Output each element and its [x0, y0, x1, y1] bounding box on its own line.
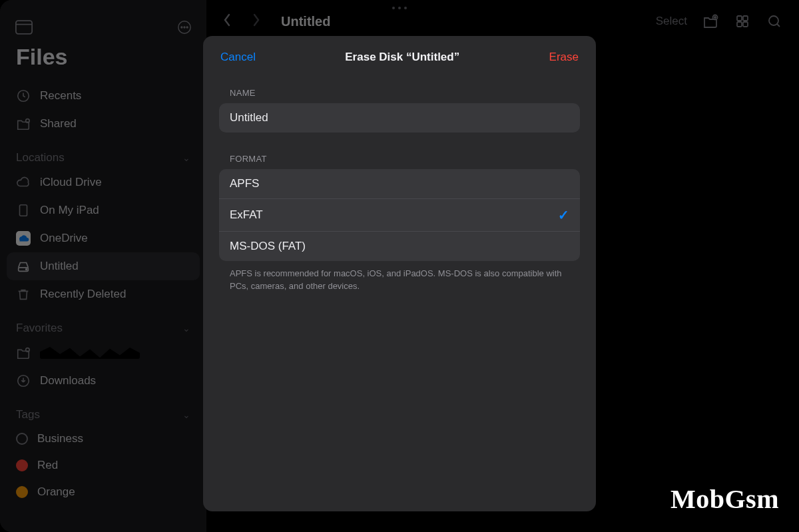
disk-name-input[interactable]	[219, 103, 580, 133]
sidebar-item-label: Untitled	[40, 260, 79, 273]
window-drag-dots	[392, 7, 407, 9]
more-icon[interactable]	[177, 20, 192, 37]
select-button[interactable]: Select	[656, 15, 687, 28]
sidebar-item-on-my-ipad[interactable]: On My iPad	[7, 196, 200, 224]
svg-rect-15	[743, 16, 748, 21]
sidebar-tag-orange[interactable]: Orange	[7, 479, 200, 505]
sidebar-item-label: OneDrive	[40, 232, 88, 245]
sidebar-tag-business[interactable]: Business	[7, 425, 200, 452]
sidebar-item-redacted[interactable]	[7, 339, 200, 367]
sidebar-item-label: Business	[37, 432, 83, 445]
section-locations[interactable]: Locations⌄	[7, 138, 200, 168]
format-option-apfs[interactable]: APFS	[219, 169, 580, 198]
window-icon	[15, 20, 33, 37]
folder-shared-icon	[16, 346, 31, 360]
sidebar: Files Recents Shared Locations⌄ iCloud D…	[0, 0, 206, 532]
name-section-label: NAME	[219, 84, 580, 103]
modal-title: Erase Disk “Untitled”	[345, 51, 459, 64]
onedrive-icon	[16, 231, 31, 246]
section-favorites[interactable]: Favorites⌄	[7, 308, 200, 339]
sidebar-item-recently-deleted[interactable]: Recently Deleted	[7, 280, 200, 308]
page-title: Untitled	[281, 14, 330, 29]
checkmark-icon: ✓	[558, 207, 569, 223]
format-hint: APFS is recommended for macOS, iOS, and …	[219, 261, 580, 300]
sidebar-item-icloud-drive[interactable]: iCloud Drive	[7, 168, 200, 196]
sidebar-item-label: iCloud Drive	[40, 176, 102, 189]
watermark: MobGsm	[670, 483, 779, 515]
app-title: Files	[7, 44, 200, 82]
sidebar-item-recents[interactable]: Recents	[7, 82, 200, 110]
sidebar-item-label: On My iPad	[40, 204, 99, 217]
sidebar-item-label: Recently Deleted	[40, 288, 126, 301]
format-option-msdos[interactable]: MS-DOS (FAT)	[219, 231, 580, 261]
svg-rect-8	[20, 205, 27, 216]
sidebar-item-label: Recents	[40, 89, 81, 103]
format-option-label: ExFAT	[230, 208, 263, 222]
ipad-icon	[16, 203, 31, 218]
tag-dot-icon	[16, 486, 28, 498]
sidebar-item-label: Red	[37, 459, 58, 472]
svg-rect-17	[743, 22, 748, 27]
format-option-label: APFS	[230, 177, 259, 190]
format-option-exfat[interactable]: ExFAT ✓	[219, 198, 580, 231]
tag-dot-icon	[16, 433, 28, 445]
format-list: APFS ExFAT ✓ MS-DOS (FAT)	[219, 169, 580, 261]
redacted-label	[40, 347, 140, 359]
svg-rect-0	[16, 21, 32, 34]
clock-icon	[16, 89, 31, 103]
section-tags[interactable]: Tags⌄	[7, 395, 200, 425]
svg-point-4	[184, 27, 185, 28]
download-icon	[16, 374, 31, 388]
svg-rect-16	[737, 22, 742, 27]
cloud-icon	[16, 175, 31, 190]
sidebar-item-label: Orange	[37, 485, 75, 499]
svg-point-11	[26, 348, 29, 352]
tag-dot-icon	[16, 459, 28, 471]
sidebar-item-label: Downloads	[40, 374, 96, 388]
sidebar-item-untitled[interactable]: Untitled	[7, 252, 200, 280]
svg-point-18	[769, 16, 778, 25]
back-button[interactable]	[222, 13, 232, 29]
sidebar-item-onedrive[interactable]: OneDrive	[7, 224, 200, 252]
forward-button[interactable]	[252, 13, 261, 29]
sidebar-item-shared[interactable]: Shared	[7, 110, 200, 138]
erase-disk-modal: Cancel Erase Disk “Untitled” Erase NAME …	[203, 36, 596, 511]
chevron-down-icon: ⌄	[182, 152, 190, 163]
svg-point-10	[26, 269, 27, 270]
view-grid-button[interactable]	[734, 13, 751, 30]
folder-shared-icon	[16, 117, 31, 131]
sidebar-item-downloads[interactable]: Downloads	[7, 367, 200, 395]
svg-point-3	[181, 27, 182, 28]
trash-icon	[16, 287, 31, 302]
chevron-down-icon: ⌄	[182, 409, 190, 420]
erase-button[interactable]: Erase	[549, 51, 579, 64]
sidebar-item-label: Shared	[40, 117, 77, 131]
drive-icon	[16, 259, 31, 274]
new-folder-button[interactable]	[702, 13, 719, 30]
format-section-label: FORMAT	[219, 150, 580, 169]
format-option-label: MS-DOS (FAT)	[230, 240, 306, 253]
svg-point-5	[186, 27, 188, 28]
svg-rect-14	[737, 16, 742, 21]
search-button[interactable]	[766, 13, 783, 30]
svg-point-7	[26, 119, 29, 123]
sidebar-tag-red[interactable]: Red	[7, 452, 200, 479]
cancel-button[interactable]: Cancel	[220, 51, 256, 64]
chevron-down-icon: ⌄	[182, 323, 190, 334]
